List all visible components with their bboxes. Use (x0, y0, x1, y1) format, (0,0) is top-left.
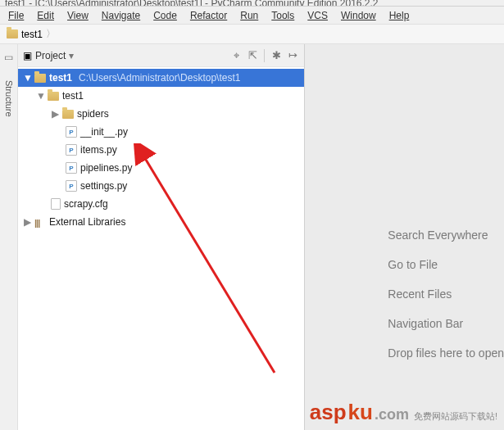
watermark: asp ku .com 免费网站源码下载站! (310, 400, 497, 425)
tree-external-label: External Libraries (49, 216, 125, 228)
menu-window[interactable]: Window (336, 8, 381, 23)
hint-recent: Recent Files (388, 287, 504, 301)
project-sidebar: ▣ Project ▾ ⌖ ⇱ ✱ ↦ ▼ test1 C:\Users\Adm… (18, 44, 305, 430)
project-view-icon: ▣ (23, 50, 32, 61)
hint-goto: Go to File (388, 258, 504, 271)
arrow-down-icon[interactable]: ▼ (36, 90, 44, 102)
folder-icon (48, 92, 59, 101)
file-icon (51, 198, 61, 210)
tree-items[interactable]: P items.py (18, 141, 304, 159)
watermark-ku: ku (348, 400, 373, 425)
folder-icon (34, 74, 46, 83)
python-file-icon: P (66, 162, 77, 174)
arrow-right-icon[interactable]: ▶ (23, 216, 31, 228)
menu-edit[interactable]: Edit (32, 8, 59, 23)
window-titlebar: test1 - [C:\Users\Administrator\Desktop\… (0, 0, 504, 7)
window-title: test1 - [C:\Users\Administrator\Desktop\… (5, 0, 379, 7)
tree-root[interactable]: ▼ test1 C:\Users\Administrator\Desktop\t… (18, 69, 304, 87)
watermark-com: .com (375, 406, 409, 423)
python-file-icon: P (66, 126, 77, 138)
separator (264, 49, 265, 62)
menu-help[interactable]: Help (384, 8, 415, 23)
folder-icon (7, 29, 18, 38)
tool-window-strip-left: ▭ Structure (0, 44, 18, 430)
workspace: ▭ Structure ▣ Project ▾ ⌖ ⇱ ✱ ↦ ▼ test1 (0, 44, 504, 430)
tree-pipelines[interactable]: P pipelines.py (18, 159, 304, 177)
project-panel-title[interactable]: Project (35, 50, 66, 61)
gear-icon[interactable]: ✱ (270, 49, 283, 62)
menu-refactor[interactable]: Refactor (185, 8, 232, 23)
menu-bar: File Edit View Navigate Code Refactor Ru… (0, 7, 504, 25)
menu-view[interactable]: View (62, 8, 93, 23)
breadcrumb-root[interactable]: test1 (21, 29, 43, 40)
tree-spiders-label: spiders (77, 108, 109, 120)
editor-area[interactable]: Search Everywhere Go to File Recent File… (305, 44, 504, 430)
hide-icon[interactable]: ↦ (286, 49, 299, 62)
tree-root-path: C:\Users\Administrator\Desktop\test1 (79, 72, 240, 84)
structure-tool-button[interactable]: Structure (4, 75, 14, 117)
hint-search: Search Everywhere (388, 229, 504, 242)
tree-pkg-label: test1 (62, 90, 84, 102)
tree-pipelines-label: pipelines.py (80, 162, 132, 174)
project-tree[interactable]: ▼ test1 C:\Users\Administrator\Desktop\t… (18, 67, 304, 430)
menu-navigate[interactable]: Navigate (97, 8, 145, 23)
watermark-tagline: 免费网站源码下载站! (414, 410, 497, 423)
breadcrumb: test1 〉 (0, 25, 504, 44)
tree-external-libraries[interactable]: ▶ External Libraries (18, 213, 304, 231)
tree-init[interactable]: P __init__.py (18, 123, 304, 141)
python-file-icon: P (66, 180, 77, 192)
menu-tools[interactable]: Tools (266, 8, 299, 23)
scroll-to-source-icon[interactable]: ⌖ (229, 49, 243, 62)
collapse-all-icon[interactable]: ⇱ (246, 49, 259, 62)
chevron-down-icon[interactable]: ▾ (69, 50, 74, 61)
tree-pkg-test1[interactable]: ▼ test1 (18, 87, 304, 105)
welcome-hints: Search Everywhere Go to File Recent File… (388, 229, 504, 360)
tree-root-label: test1 (49, 72, 72, 84)
python-file-icon: P (66, 144, 77, 156)
menu-file[interactable]: File (3, 8, 29, 23)
tree-scrapy-cfg[interactable]: scrapy.cfg (18, 195, 304, 213)
menu-run[interactable]: Run (235, 8, 263, 23)
arrow-right-icon[interactable]: ▶ (51, 108, 59, 120)
tree-settings-label: settings.py (80, 180, 127, 192)
project-tool-button[interactable]: ▭ (2, 51, 16, 64)
tree-init-label: __init__.py (80, 126, 128, 138)
watermark-asp: asp (310, 400, 347, 425)
arrow-down-icon[interactable]: ▼ (23, 72, 31, 84)
tree-spiders[interactable]: ▶ spiders (18, 105, 304, 123)
tree-scrapycfg-label: scrapy.cfg (64, 198, 108, 210)
tree-items-label: items.py (80, 144, 117, 156)
libraries-icon (34, 217, 46, 227)
menu-vcs[interactable]: VCS (302, 8, 333, 23)
hint-navbar: Navigation Bar (388, 317, 504, 330)
hint-drop: Drop files here to open (388, 346, 504, 360)
chevron-right-icon: 〉 (46, 27, 56, 41)
project-panel-header: ▣ Project ▾ ⌖ ⇱ ✱ ↦ (18, 44, 304, 67)
tree-settings[interactable]: P settings.py (18, 177, 304, 195)
menu-code[interactable]: Code (148, 8, 182, 23)
folder-icon (62, 110, 74, 119)
